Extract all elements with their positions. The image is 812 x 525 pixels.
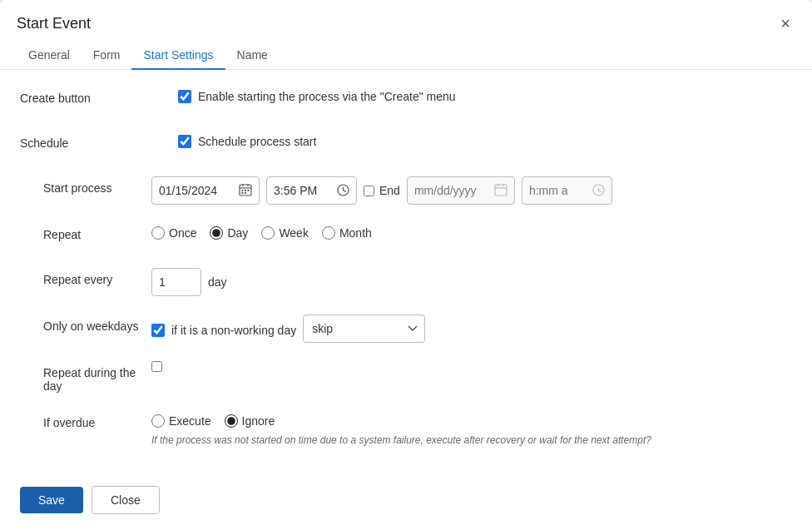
end-date-input-wrap — [407, 176, 515, 205]
schedule-checkbox-wrap: Schedule process start — [178, 131, 316, 148]
schedule-row: Schedule Schedule process start — [20, 131, 792, 158]
create-button-checkbox-wrap: Enable starting the process via the "Cre… — [178, 87, 456, 103]
create-button-row: Create button Enable starting the proces… — [20, 87, 792, 113]
overdue-execute-option[interactable]: Execute — [151, 414, 211, 428]
overdue-section: Execute Ignore If the process was not st… — [151, 411, 651, 446]
repeat-month-label: Month — [339, 226, 372, 240]
dialog-body: Create button Enable starting the proces… — [0, 70, 812, 478]
overdue-ignore-radio[interactable] — [225, 414, 238, 428]
end-time-input[interactable] — [529, 184, 587, 197]
overdue-execute-label: Execute — [169, 414, 211, 428]
start-date-input-wrap: 01/15/2024 — [151, 176, 260, 205]
start-process-label: Start process — [20, 176, 151, 195]
if-overdue-label: If overdue — [20, 411, 151, 429]
dialog-close-button[interactable]: × — [775, 13, 795, 33]
only-on-weekdays-control: if it is a non-working day skip execute … — [151, 315, 792, 343]
only-on-weekdays-row: Only on weekdays if it is a non-working … — [20, 315, 792, 343]
svg-line-11 — [344, 190, 346, 191]
repeat-control: Once Day Week Month — [151, 223, 792, 240]
start-time-clock-icon[interactable] — [337, 184, 349, 198]
repeat-week-radio[interactable] — [261, 226, 275, 240]
weekdays-checkbox[interactable] — [151, 324, 165, 337]
schedule-checkbox[interactable] — [178, 135, 191, 148]
end-label: End — [379, 184, 400, 197]
repeat-day-label: Day — [227, 226, 248, 240]
overdue-ignore-label: Ignore — [242, 414, 275, 428]
if-overdue-control: Execute Ignore If the process was not st… — [151, 411, 792, 446]
start-time-input-wrap: 3:56 PM — [266, 176, 357, 205]
repeat-every-unit: day — [208, 275, 227, 289]
tab-bar: General Form Start Settings Name — [0, 42, 812, 70]
svg-rect-12 — [495, 185, 507, 196]
repeat-every-input[interactable]: 1 — [151, 268, 201, 296]
svg-rect-4 — [242, 190, 244, 191]
end-date-calendar-icon[interactable] — [494, 183, 508, 198]
repeat-during-day-control — [151, 361, 792, 372]
start-process-control: 01/15/2024 — [151, 176, 792, 205]
create-button-checkbox[interactable] — [178, 90, 191, 103]
start-event-dialog: Start Event × General Form Start Setting… — [0, 0, 812, 525]
svg-rect-7 — [242, 192, 244, 194]
repeat-once-radio[interactable] — [151, 226, 165, 240]
repeat-day-option[interactable]: Day — [210, 226, 248, 240]
tab-start-settings[interactable]: Start Settings — [131, 42, 225, 70]
repeat-during-day-label: Repeat during the day — [20, 361, 151, 393]
tab-form[interactable]: Form — [82, 42, 132, 70]
tab-name[interactable]: Name — [225, 42, 280, 70]
dialog-title: Start Event — [17, 15, 91, 32]
schedule-control: Schedule process start — [178, 131, 792, 148]
weekdays-checkbox-label: if it is a non-working day — [171, 324, 296, 337]
overdue-radio-group: Execute Ignore — [151, 411, 651, 428]
if-overdue-row: If overdue Execute Ignore If the process… — [20, 411, 792, 446]
create-button-label: Create button — [20, 87, 178, 105]
repeat-week-option[interactable]: Week — [261, 226, 309, 240]
repeat-label: Repeat — [20, 223, 151, 241]
svg-rect-5 — [245, 190, 246, 191]
start-process-row: Start process 01/15/2024 — [20, 176, 792, 205]
only-on-weekdays-label: Only on weekdays — [20, 315, 151, 333]
repeat-during-day-row: Repeat during the day — [20, 361, 792, 393]
start-time-input[interactable]: 3:56 PM — [274, 184, 332, 197]
start-process-controls: 01/15/2024 — [151, 176, 612, 205]
start-date-calendar-icon[interactable] — [239, 183, 252, 198]
repeat-row: Repeat Once Day Week — [20, 223, 792, 250]
tab-general[interactable]: General — [17, 42, 82, 70]
non-working-day-dropdown[interactable]: skip execute move to previous move to ne… — [303, 315, 425, 343]
schedule-label: Schedule — [20, 131, 178, 150]
close-button[interactable]: Close — [92, 486, 160, 514]
end-checkbox[interactable] — [364, 186, 374, 196]
svg-rect-6 — [248, 190, 250, 191]
create-button-checkbox-label: Enable starting the process via the "Cre… — [198, 90, 456, 103]
end-time-clock-icon[interactable] — [592, 184, 605, 198]
repeat-once-option[interactable]: Once — [151, 226, 196, 240]
end-date-input[interactable] — [414, 184, 489, 197]
repeat-month-option[interactable]: Month — [322, 226, 372, 240]
end-time-input-wrap — [522, 176, 612, 205]
repeat-every-label: Repeat every — [20, 268, 151, 286]
save-button[interactable]: Save — [20, 487, 83, 513]
end-checkbox-wrap: End — [364, 184, 400, 197]
create-button-control: Enable starting the process via the "Cre… — [178, 87, 792, 103]
repeat-day-radio[interactable] — [210, 226, 223, 240]
overdue-ignore-option[interactable]: Ignore — [225, 414, 275, 428]
dialog-footer: Save Close — [0, 478, 812, 525]
schedule-checkbox-label: Schedule process start — [198, 135, 316, 148]
overdue-description: If the process was not started on time d… — [151, 434, 651, 446]
start-date-input[interactable]: 01/15/2024 — [159, 184, 234, 197]
dialog-header: Start Event × — [0, 0, 812, 33]
overdue-execute-radio[interactable] — [151, 414, 165, 428]
repeat-month-radio[interactable] — [322, 226, 335, 240]
svg-rect-8 — [245, 192, 246, 194]
repeat-during-day-checkbox[interactable] — [151, 361, 162, 372]
repeat-every-control: 1 day — [151, 268, 792, 296]
repeat-once-label: Once — [169, 226, 196, 240]
svg-line-18 — [598, 190, 601, 191]
repeat-every-row: Repeat every 1 day — [20, 268, 792, 296]
weekdays-checkbox-wrap: if it is a non-working day — [151, 320, 296, 337]
repeat-radio-group: Once Day Week Month — [151, 223, 372, 240]
repeat-week-label: Week — [279, 226, 309, 240]
